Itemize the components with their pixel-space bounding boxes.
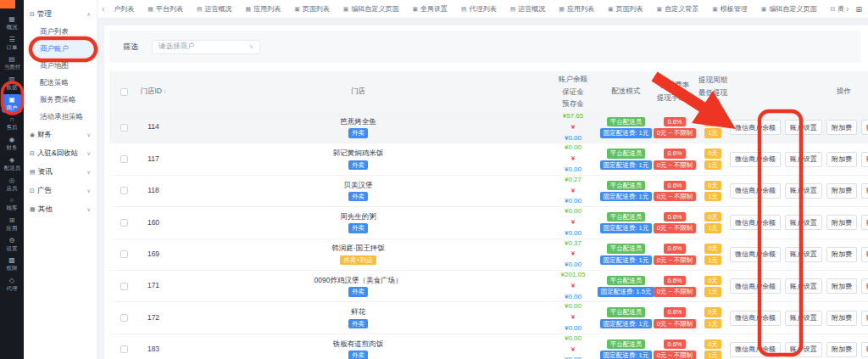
row-checkbox[interactable] <box>120 283 128 290</box>
row-checkbox[interactable] <box>120 124 128 132</box>
tab-custom-background[interactable]: ▣自定义背景 <box>650 2 706 16</box>
tab-edit-custom-page-2[interactable]: ▣编辑自定义页面 <box>754 2 824 16</box>
sidebar-item-customer[interactable]: ○顾客 <box>2 194 22 214</box>
row-checkbox[interactable] <box>120 345 128 353</box>
delivery-mode-cell: 平台配送员固定配送费: 1元 <box>598 339 654 359</box>
account-settings-button[interactable]: 账户设置 <box>785 342 822 357</box>
tab-operation-overview[interactable]: ▤运营概况 <box>190 2 239 16</box>
after-sales-icon: ∩ <box>9 116 14 123</box>
wechat-merchant-balance-button[interactable]: 微信商户余额 <box>730 278 781 294</box>
tab-global-settings[interactable]: ▣全局设置 <box>405 2 454 16</box>
sidebar-item-settings[interactable]: ⚙设置 <box>2 235 22 255</box>
wechat-merchant-balance-button[interactable]: 微信商户余额 <box>730 311 781 326</box>
account-detail-button[interactable]: 账户明细 <box>861 278 868 294</box>
tab-merchant-list-cut[interactable]: 户列表 <box>107 2 141 16</box>
wechat-merchant-balance-button[interactable]: 微信商户余额 <box>730 183 781 199</box>
tabs-scroll-left-icon[interactable]: ‹ <box>99 4 107 14</box>
sidebar-item-label: 应用 <box>7 225 18 231</box>
tab-app-list-2[interactable]: ▦应用列表 <box>552 2 601 16</box>
row-checkbox[interactable] <box>120 250 128 258</box>
menu-item-service-fee-policy[interactable]: 服务费策略 <box>24 92 97 109</box>
tab-agent-list[interactable]: ▤代理列表 <box>454 2 504 16</box>
account-detail-button[interactable]: 账户明细 <box>861 183 868 199</box>
sidebar-item-staff[interactable]: ◎店员 <box>2 175 22 194</box>
menu-item-merchant-list[interactable]: 商户列表 <box>24 24 97 41</box>
menu-item-merchant-map[interactable]: 商户地图 <box>24 58 97 75</box>
table-row: 183铁板有道煎肉饭外卖¥0.00¥¥0.00平台配送员固定配送费: 1元0.6… <box>109 334 868 359</box>
account-detail-button[interactable]: 账户明细 <box>861 120 868 135</box>
menu-item-merchant-account[interactable]: 商户账户 <box>26 41 94 58</box>
sidebar-item-permission[interactable]: ▩权限 <box>2 255 22 274</box>
sidebar-item-overview[interactable]: ▦概况 <box>2 14 22 33</box>
sidebar-item-f2f-pay[interactable]: ▤当面付 <box>2 53 22 73</box>
menu-group-other[interactable]: ▦其他∨ <box>24 200 97 219</box>
menu-group-news[interactable]: ▤资讯∨ <box>24 163 97 182</box>
tab-template-manage[interactable]: ▣模板管理 <box>705 2 754 16</box>
tab-app-list[interactable]: ▦应用列表 <box>239 2 288 16</box>
account-settings-button[interactable]: 账户设置 <box>785 247 822 262</box>
sidebar-item-data[interactable]: ▥数据 <box>2 74 22 93</box>
sidebar-item-orders[interactable]: ☰订单 <box>2 34 22 53</box>
sidebar-item-apps[interactable]: ⊞应用 <box>2 215 22 234</box>
wechat-merchant-balance-button[interactable]: 微信商户余额 <box>730 152 781 167</box>
surcharge-button[interactable]: 附加费 <box>826 311 857 326</box>
deposit-value: ¥ <box>571 218 575 227</box>
row-checkbox[interactable] <box>120 155 128 163</box>
tabs-menu-grid-icon[interactable]: ⊞ <box>851 5 866 14</box>
surcharge-button[interactable]: 附加费 <box>826 278 857 294</box>
account-settings-button[interactable]: 账户设置 <box>785 152 822 167</box>
tab-operation-overview-2[interactable]: ▤运营概况 <box>504 2 553 16</box>
menu-item-activity-share-policy[interactable]: 活动承担策略 <box>24 109 97 126</box>
tab-page-list[interactable]: ▣页面列表 <box>287 2 337 16</box>
account-detail-button[interactable]: 账户明细 <box>861 247 868 262</box>
surcharge-button[interactable]: 附加费 <box>826 120 857 135</box>
menu-group-ads[interactable]: ⊡广告∨ <box>24 182 97 200</box>
tab-merchant-list[interactable]: ⊟商户列表 <box>823 2 843 16</box>
wechat-merchant-balance-button[interactable]: 微信商户余额 <box>730 342 781 357</box>
menu-item-delivery-policy[interactable]: 配送策略 <box>24 75 97 92</box>
row-checkbox[interactable] <box>120 219 128 227</box>
table-row: 172鲜花外卖¥0.00¥¥0.00平台配送员固定配送费: 1元0.6%0元 ~… <box>109 302 868 334</box>
merchant-select[interactable]: 请选择商户 ∨ <box>152 40 260 54</box>
tabs-scroll-right-icon[interactable]: › <box>843 4 851 14</box>
menu-group-onboard-recycle[interactable]: ⊟入驻&回收站∨ <box>24 144 97 163</box>
menu-group-finance[interactable]: ◉财务∨ <box>24 126 97 144</box>
sort-icon[interactable]: ↕ <box>164 88 167 94</box>
surcharge-button[interactable]: 附加费 <box>826 152 857 167</box>
sidebar-item-after-sales[interactable]: ∩售后 <box>2 114 22 133</box>
account-detail-button[interactable]: 账户明细 <box>861 311 868 326</box>
surcharge-button[interactable]: 附加费 <box>826 183 857 199</box>
table-body: 114芭蕉烤全鱼外卖¥57.65¥¥0.00平台配送员固定配送费: 1元0.6%… <box>109 112 868 359</box>
row-checkbox[interactable] <box>120 314 128 322</box>
account-settings-button[interactable]: 账户设置 <box>785 183 822 199</box>
menu-group-manage[interactable]: ⊟管理∧ <box>24 5 97 24</box>
sidebar-item-courier[interactable]: ◈配送员 <box>2 154 22 174</box>
sidebar-item-agent[interactable]: ◇代理 <box>2 275 22 294</box>
surcharge-button[interactable]: 附加费 <box>826 215 857 230</box>
surcharge-button[interactable]: 附加费 <box>826 247 857 262</box>
cycle-days-badge: 0天 <box>704 181 721 190</box>
tab-page-list-2[interactable]: ▣页面列表 <box>601 2 650 16</box>
sidebar-item-merchant[interactable]: ▣商户 <box>2 94 22 114</box>
select-all-checkbox[interactable] <box>120 88 128 96</box>
sidebar-item-finance[interactable]: ◉财务 <box>2 134 22 154</box>
sidebar-item-label: 数据 <box>7 84 18 90</box>
account-detail-button[interactable]: 账户明细 <box>861 152 868 167</box>
account-detail-button[interactable]: 账户明细 <box>861 215 868 230</box>
tab-edit-custom-page[interactable]: ▣编辑自定义页面 <box>337 2 406 16</box>
tab-label: 页面列表 <box>616 4 643 14</box>
account-settings-button[interactable]: 账户设置 <box>785 120 822 135</box>
tab-platform-list[interactable]: ▦平台列表 <box>141 2 190 16</box>
account-settings-button[interactable]: 账户设置 <box>785 215 822 230</box>
wechat-merchant-balance-button[interactable]: 微信商户余额 <box>730 215 781 230</box>
cycle-days-badge: 0天 <box>704 212 721 222</box>
finance-folder-icon: ◉ <box>30 132 35 138</box>
wechat-merchant-balance-button[interactable]: 微信商户余额 <box>730 120 781 135</box>
account-settings-button[interactable]: 账户设置 <box>785 311 822 326</box>
surcharge-button[interactable]: 附加费 <box>826 342 857 357</box>
account-detail-button[interactable]: 账户明细 <box>861 342 868 357</box>
row-checkbox[interactable] <box>120 187 128 194</box>
wechat-merchant-balance-button[interactable]: 微信商户余额 <box>730 247 781 262</box>
tab-label: 代理列表 <box>470 4 497 14</box>
account-settings-button[interactable]: 账户设置 <box>785 278 822 294</box>
